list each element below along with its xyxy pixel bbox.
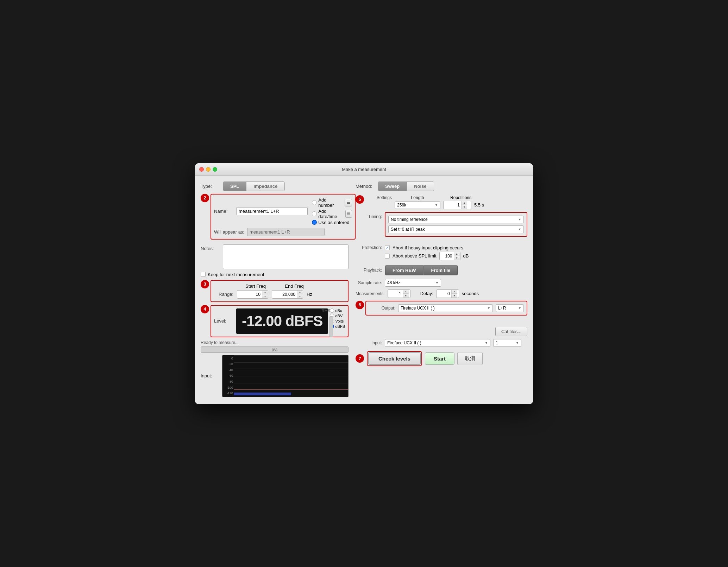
from-file-button[interactable]: From file: [423, 266, 458, 275]
spec-120: -120: [223, 391, 233, 395]
grid-line-3: [234, 376, 348, 376]
input-channel-arrow: ▼: [516, 341, 519, 345]
add-number-row: Add number ☰: [312, 197, 352, 208]
maximize-button[interactable]: [213, 167, 217, 172]
input-device-arrow: ▼: [485, 341, 488, 345]
will-appear-row: Will appear as:: [214, 228, 352, 236]
keep-label: Keep for next measurement: [208, 272, 264, 277]
add-number-label: Add number: [318, 197, 343, 208]
end-freq-spinbox: ▲ ▼: [272, 290, 303, 299]
level-scrollbar[interactable]: [330, 316, 333, 337]
use-as-entered-radio[interactable]: [312, 220, 317, 225]
noise-button[interactable]: Noise: [407, 182, 433, 191]
from-rew-button[interactable]: From REW: [385, 266, 423, 275]
spl-up[interactable]: ▲: [454, 252, 460, 256]
settings-badge-row: 5 Settings Length Repetitions 256k ▼: [356, 195, 527, 209]
meas-up[interactable]: ▲: [403, 290, 409, 294]
spl-limit-arrows: ▲ ▼: [454, 252, 460, 260]
set-t0-dropdown[interactable]: Set t=0 at IR peak ▼: [388, 225, 524, 233]
meas-down[interactable]: ▼: [403, 294, 409, 298]
level-label: Level:: [214, 318, 233, 324]
type-segmented-control: SPL Impedance: [223, 181, 285, 191]
start-freq-down[interactable]: ▼: [262, 294, 268, 298]
measurements-label: Measurements:: [356, 291, 385, 296]
keep-checkbox[interactable]: [201, 272, 206, 277]
input-device-dropdown[interactable]: Fireface UCX II ( ) ▼: [385, 339, 490, 347]
output-device-arrow: ▼: [487, 306, 490, 310]
keep-row: Keep for next measurement: [201, 272, 349, 277]
input-label-right: Input:: [356, 340, 382, 345]
check-levels-red-box: Check levels: [367, 351, 422, 366]
spl-limit-input[interactable]: [440, 253, 454, 260]
cal-files-button[interactable]: Cal files...: [495, 327, 527, 336]
start-freq-input[interactable]: [237, 291, 262, 298]
seconds-label: seconds: [462, 291, 479, 296]
abort-spl-row: Abort above SPL limit ▲ ▼ dB: [356, 252, 527, 260]
spec-0: 0: [223, 357, 233, 360]
start-freq-up[interactable]: ▲: [262, 291, 268, 294]
abort-spl-checkbox[interactable]: [385, 254, 390, 259]
add-datetime-radio[interactable]: [312, 211, 317, 216]
abort-clip-checkbox[interactable]: ✓: [385, 245, 390, 250]
use-as-entered-label: Use as entered: [318, 220, 349, 225]
titlebar: Make a measurement: [195, 163, 533, 176]
sample-rate-value: 48 kHz: [387, 280, 400, 285]
start-button[interactable]: Start: [425, 352, 454, 365]
name-label: Name:: [214, 209, 233, 214]
sample-rate-row: Sample rate: 48 kHz ▼: [356, 279, 527, 287]
dbu-label: dBu: [335, 308, 342, 313]
sweep-button[interactable]: Sweep: [378, 182, 407, 191]
delay-spinbox: ▲ ▼: [436, 289, 459, 298]
rep-input[interactable]: [444, 202, 461, 209]
minimize-button[interactable]: [206, 167, 211, 172]
input-device-value: Fireface UCX II ( ): [387, 340, 421, 345]
spectrum-display: 0 -20 -40 -60 -80 -100 -120: [222, 355, 349, 397]
input-label-left: Input:: [201, 373, 220, 378]
range-badge-row: 3 Start Freq End Freq Range: ▲ ▼: [201, 280, 349, 305]
delay-up[interactable]: ▲: [452, 290, 457, 294]
add-number-icon-btn[interactable]: ☰: [345, 199, 352, 206]
cancel-button[interactable]: 取消: [457, 352, 483, 365]
end-freq-input[interactable]: [272, 291, 297, 298]
grid-line-2: [234, 369, 348, 369]
measurements-input[interactable]: [388, 290, 403, 297]
input-channel-dropdown[interactable]: 1 ▼: [493, 339, 521, 347]
dbu-radio[interactable]: [330, 308, 334, 313]
spl-button[interactable]: SPL: [223, 182, 246, 191]
range-inputs: Range: ▲ ▼ ▲ ▼: [214, 290, 345, 299]
end-freq-up[interactable]: ▲: [297, 291, 303, 294]
progress-label: 0%: [201, 347, 348, 353]
playback-row: Playback: From REW From file: [356, 265, 527, 275]
length-dropdown[interactable]: 256k ▼: [395, 201, 440, 209]
range-label: Range:: [214, 292, 233, 297]
rep-down[interactable]: ▼: [462, 205, 467, 209]
delay-down[interactable]: ▼: [452, 294, 457, 298]
rep-spinbox: ▲ ▼: [443, 201, 471, 209]
name-input[interactable]: [236, 207, 308, 215]
add-datetime-icon-btn[interactable]: ☰: [345, 210, 352, 218]
input-channel-value: 1: [496, 340, 498, 345]
grid-line-4: [234, 383, 348, 383]
add-number-radio[interactable]: [312, 200, 317, 205]
output-badge-row: 6 Output: Fireface UCX II ( ) ▼ L+R ▼: [356, 301, 527, 321]
output-channel-dropdown[interactable]: L+R ▼: [496, 304, 524, 312]
protection-label: Protection:: [356, 245, 382, 250]
check-levels-button[interactable]: Check levels: [368, 352, 421, 365]
spl-down[interactable]: ▼: [454, 256, 460, 260]
close-button[interactable]: [199, 167, 204, 172]
timing-dropdown[interactable]: No timing reference ▼: [388, 216, 524, 223]
rep-header: Repetitions: [443, 195, 478, 200]
add-datetime-label: Add date/time: [318, 209, 344, 219]
measurements-row: Measurements: ▲ ▼ Delay: ▲ ▼ secon: [356, 289, 527, 298]
end-freq-arrows: ▲ ▼: [297, 291, 303, 298]
signal-blue: [234, 393, 291, 395]
sample-rate-dropdown[interactable]: 48 kHz ▼: [385, 279, 441, 287]
delay-input[interactable]: [437, 290, 451, 297]
sample-rate-arrow: ▼: [435, 281, 439, 285]
impedance-button[interactable]: Impedance: [246, 182, 284, 191]
rep-up[interactable]: ▲: [462, 201, 467, 205]
output-device-dropdown[interactable]: Fireface UCX II ( ) ▼: [398, 304, 493, 312]
end-freq-down[interactable]: ▼: [297, 294, 303, 298]
notes-input[interactable]: [223, 244, 349, 269]
timing-label: Timing:: [356, 214, 382, 219]
